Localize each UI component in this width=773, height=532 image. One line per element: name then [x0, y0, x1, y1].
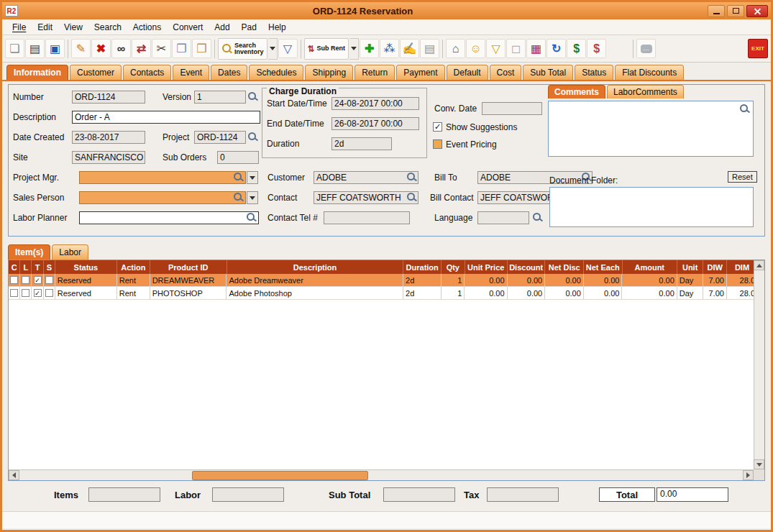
- language-search-icon[interactable]: [532, 212, 543, 223]
- notepad-button[interactable]: ▤: [420, 39, 439, 58]
- col-unit[interactable]: Unit: [677, 260, 703, 274]
- tab-dates[interactable]: Dates: [211, 65, 247, 80]
- menu-search[interactable]: Search: [88, 21, 127, 34]
- checkbox-c[interactable]: [10, 289, 18, 297]
- project-mgr-field[interactable]: [79, 171, 246, 184]
- money-button[interactable]: $: [567, 39, 586, 58]
- project-search-icon[interactable]: [247, 132, 258, 142]
- col-amount[interactable]: Amount: [623, 260, 677, 274]
- customer-field[interactable]: ADOBE: [314, 171, 418, 184]
- comment-button[interactable]: …: [636, 39, 656, 58]
- date-created-field[interactable]: 23-08-2017: [72, 131, 145, 144]
- duration-field[interactable]: 2d: [331, 137, 392, 150]
- scroll-down-button[interactable]: [754, 459, 764, 469]
- scroll-right-button[interactable]: [743, 470, 754, 480]
- col-t[interactable]: T: [32, 260, 43, 274]
- tab-labor[interactable]: Labor: [52, 244, 88, 260]
- comments-search-icon[interactable]: [739, 104, 750, 114]
- tab-comments[interactable]: Comments: [548, 85, 605, 98]
- col-qty[interactable]: Qty: [442, 260, 465, 274]
- tab-sub-total[interactable]: Sub Total: [523, 65, 573, 80]
- checkbox-t[interactable]: ✓: [34, 276, 42, 284]
- scroll-up-button[interactable]: [754, 260, 764, 270]
- col-action[interactable]: Action: [117, 260, 150, 274]
- edit-button[interactable]: ✎: [71, 39, 91, 58]
- contact-field[interactable]: JEFF COATSWORTH: [314, 191, 418, 204]
- sub-orders-field[interactable]: 0: [217, 151, 259, 164]
- col-c[interactable]: C: [9, 260, 20, 274]
- menu-add[interactable]: Add: [209, 21, 235, 34]
- col-l[interactable]: L: [20, 260, 32, 274]
- end-datetime-field[interactable]: 26-08-2017 00:00: [331, 117, 419, 130]
- minimize-button[interactable]: [708, 5, 725, 17]
- convert-button[interactable]: ⇄: [132, 39, 151, 58]
- col-discount[interactable]: Discount: [508, 260, 546, 274]
- add-item-button[interactable]: ✚: [360, 39, 379, 58]
- conv-date-field[interactable]: [482, 102, 542, 115]
- filter-button[interactable]: ▽: [278, 39, 298, 58]
- project-mgr-dropdown[interactable]: [247, 171, 258, 184]
- tab-default[interactable]: Default: [447, 65, 488, 80]
- table-row[interactable]: ✓ Reserved Rent DREAMWEAVER Adobe Dreamw…: [9, 274, 758, 287]
- event-pricing-checkbox[interactable]: [433, 139, 442, 149]
- labor-planner-search-icon[interactable]: [246, 212, 257, 223]
- exit-button[interactable]: EXIT: [748, 39, 768, 58]
- refresh-button[interactable]: ↻: [546, 39, 566, 58]
- tab-customer[interactable]: Customer: [70, 65, 122, 80]
- col-product-id[interactable]: Product ID: [150, 260, 227, 274]
- menu-pad[interactable]: Pad: [236, 21, 262, 34]
- report-button[interactable]: ⌂: [446, 39, 465, 58]
- col-net-disc[interactable]: Net Disc: [545, 260, 584, 274]
- search-inventory-dropdown[interactable]: [268, 38, 278, 60]
- horizontal-scrollbar[interactable]: [9, 469, 754, 480]
- menu-edit[interactable]: Edit: [32, 21, 58, 34]
- document-folder-box[interactable]: [549, 187, 754, 227]
- tab-contacts[interactable]: Contacts: [123, 65, 171, 80]
- checkbox-l[interactable]: [22, 276, 29, 284]
- table-row[interactable]: ✓ Reserved Rent PHOTOSHOP Adobe Photosho…: [9, 287, 758, 300]
- money-cart-button[interactable]: $: [587, 39, 606, 58]
- sales-person-field[interactable]: [79, 191, 246, 204]
- sales-person-search-icon[interactable]: [233, 192, 244, 203]
- contact-search-icon[interactable]: [406, 192, 417, 203]
- site-field[interactable]: SANFRANCISCO: [72, 151, 145, 164]
- close-button[interactable]: [746, 5, 768, 17]
- col-unit-price[interactable]: Unit Price: [465, 260, 508, 274]
- menu-actions[interactable]: Actions: [127, 21, 167, 34]
- tab-shipping[interactable]: Shipping: [305, 65, 353, 80]
- comments-box[interactable]: [548, 101, 754, 157]
- search-inventory-button[interactable]: SearchInventory: [218, 38, 267, 60]
- tab-schedules[interactable]: Schedules: [249, 65, 303, 80]
- checkbox-l[interactable]: [22, 289, 29, 297]
- customer-search-icon[interactable]: [406, 172, 417, 183]
- tab-payment[interactable]: Payment: [396, 65, 444, 80]
- start-datetime-field[interactable]: 24-08-2017 00:00: [331, 97, 419, 110]
- print-button[interactable]: ▤: [25, 39, 45, 58]
- project-field[interactable]: ORD-1124: [194, 131, 246, 144]
- cut-button[interactable]: ✂: [152, 39, 171, 58]
- new-document-button[interactable]: ❏: [5, 39, 24, 58]
- sub-rent-dropdown[interactable]: [349, 38, 359, 60]
- checkbox-t[interactable]: ✓: [34, 289, 42, 297]
- menu-view[interactable]: View: [58, 21, 88, 34]
- col-description[interactable]: Description: [227, 260, 404, 274]
- version-search-icon[interactable]: [247, 91, 258, 102]
- cube-stack-button[interactable]: ▦: [526, 39, 546, 58]
- col-diw[interactable]: DIW: [703, 260, 727, 274]
- col-status[interactable]: Status: [55, 260, 117, 274]
- description-field[interactable]: Order - A: [72, 111, 260, 124]
- tab-status[interactable]: Status: [575, 65, 613, 80]
- project-mgr-search-icon[interactable]: [233, 172, 244, 183]
- col-duration[interactable]: Duration: [403, 260, 442, 274]
- edit-note-button[interactable]: ✍: [400, 39, 419, 58]
- delete-button[interactable]: ✖: [91, 39, 111, 58]
- paste-button[interactable]: ❒: [192, 39, 211, 58]
- col-s[interactable]: S: [44, 260, 55, 274]
- number-field[interactable]: ORD-1124: [72, 91, 145, 104]
- group-availability-button[interactable]: ⁂: [380, 39, 399, 58]
- copy-button[interactable]: ❐: [172, 39, 191, 58]
- tab-cost[interactable]: Cost: [490, 65, 522, 80]
- maximize-button[interactable]: [727, 5, 744, 17]
- scroll-left-button[interactable]: [9, 470, 19, 480]
- funnel-button[interactable]: ▽: [486, 39, 506, 58]
